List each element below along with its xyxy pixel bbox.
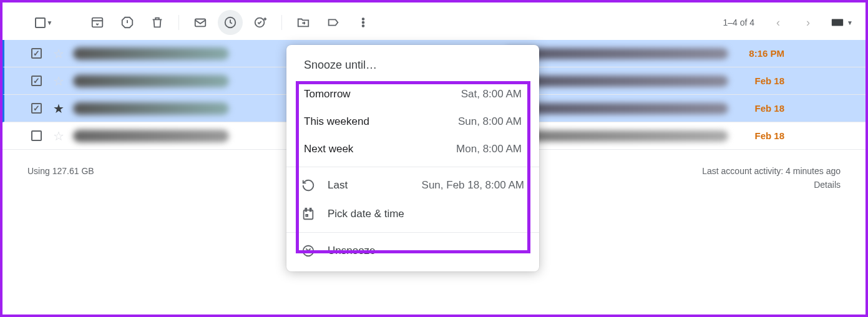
snooze-last[interactable]: Last Sun, Feb 18, 8:00 AM bbox=[286, 171, 539, 200]
chevron-right-icon: › bbox=[806, 16, 810, 29]
svg-point-6 bbox=[363, 25, 364, 27]
cancel-icon bbox=[301, 244, 315, 258]
row-checkbox[interactable] bbox=[31, 130, 42, 141]
divider bbox=[286, 167, 539, 167]
svg-rect-11 bbox=[306, 215, 308, 217]
unsnooze[interactable]: Unsnooze bbox=[286, 237, 539, 265]
snooze-popup: Snooze until… Tomorrow Sat, 8:00 AM This… bbox=[286, 45, 539, 271]
delete-button[interactable] bbox=[145, 10, 170, 35]
dropdown-arrow-icon: ▼ bbox=[847, 19, 853, 26]
svg-rect-0 bbox=[92, 18, 103, 27]
option-time: Sat, 8:00 AM bbox=[461, 88, 522, 100]
clock-icon bbox=[223, 16, 237, 29]
option-label: Next week bbox=[304, 143, 353, 155]
add-task-button[interactable] bbox=[248, 10, 273, 35]
snooze-button[interactable] bbox=[218, 10, 243, 35]
snooze-title: Snooze until… bbox=[286, 45, 539, 80]
storage-usage: Using 127.61 GB bbox=[27, 166, 94, 190]
email-time: Feb 18 bbox=[741, 130, 784, 141]
email-time: 8:16 PM bbox=[741, 48, 784, 59]
separator bbox=[281, 15, 282, 30]
star-toggle[interactable]: ★ bbox=[53, 101, 64, 116]
star-toggle[interactable]: ☆ bbox=[53, 129, 64, 144]
labels-button[interactable] bbox=[321, 10, 346, 35]
snooze-weekend[interactable]: This weekend Sun, 8:00 AM bbox=[286, 108, 539, 135]
sender-blurred bbox=[73, 75, 229, 87]
option-label: Tomorrow bbox=[304, 88, 351, 100]
redo-icon bbox=[301, 178, 315, 192]
divider bbox=[286, 232, 539, 233]
snooze-tomorrow[interactable]: Tomorrow Sat, 8:00 AM bbox=[286, 80, 539, 108]
separator bbox=[178, 15, 179, 30]
option-time: Mon, 8:00 AM bbox=[456, 143, 522, 155]
checkbox-icon bbox=[35, 17, 46, 28]
toolbar: ▼ 1–4 of 4 ‹ › ▼ bbox=[2, 2, 866, 40]
option-time: Sun, 8:00 AM bbox=[458, 115, 522, 128]
task-add-icon bbox=[253, 16, 267, 29]
row-checkbox[interactable] bbox=[31, 48, 42, 59]
more-vert-icon bbox=[356, 16, 370, 29]
dropdown-arrow-icon: ▼ bbox=[47, 19, 53, 26]
sender-blurred bbox=[73, 102, 229, 115]
row-checkbox[interactable] bbox=[31, 103, 42, 114]
input-tools-button[interactable]: ▼ bbox=[831, 16, 853, 29]
snooze-pick-date[interactable]: Pick date & time bbox=[286, 200, 539, 228]
folder-move-icon bbox=[296, 16, 310, 29]
svg-point-5 bbox=[363, 22, 364, 24]
select-all-dropdown[interactable]: ▼ bbox=[31, 10, 56, 35]
svg-rect-1 bbox=[195, 19, 206, 27]
label-icon bbox=[326, 16, 340, 29]
option-label: This weekend bbox=[304, 115, 369, 128]
chevron-left-icon: ‹ bbox=[776, 16, 780, 29]
archive-button[interactable] bbox=[85, 10, 110, 35]
svg-rect-10 bbox=[310, 208, 311, 212]
svg-rect-9 bbox=[305, 208, 306, 212]
trash-icon bbox=[150, 16, 164, 29]
sender-blurred bbox=[73, 47, 229, 60]
more-button[interactable] bbox=[351, 10, 376, 35]
svg-point-4 bbox=[363, 18, 364, 20]
archive-icon bbox=[90, 16, 104, 29]
report-spam-button[interactable] bbox=[115, 10, 140, 35]
sender-blurred bbox=[73, 130, 229, 142]
star-toggle[interactable]: ☆ bbox=[53, 74, 64, 89]
option-label: Pick date & time bbox=[328, 208, 404, 220]
move-to-button[interactable] bbox=[291, 10, 316, 35]
email-time: Feb 18 bbox=[741, 76, 784, 86]
mark-unread-button[interactable] bbox=[188, 10, 213, 35]
option-label: Unsnooze bbox=[328, 245, 376, 257]
details-link[interactable]: Details bbox=[702, 180, 841, 190]
snooze-next-week[interactable]: Next week Mon, 8:00 AM bbox=[286, 135, 539, 163]
envelope-icon bbox=[193, 16, 207, 29]
star-toggle[interactable]: ☆ bbox=[53, 46, 64, 61]
keyboard-icon bbox=[831, 16, 844, 29]
option-time: Sun, Feb 18, 8:00 AM bbox=[422, 179, 524, 192]
row-checkbox[interactable] bbox=[31, 76, 42, 86]
calendar-icon bbox=[301, 207, 315, 221]
svg-rect-7 bbox=[832, 19, 843, 26]
spam-icon bbox=[120, 16, 134, 29]
page-counter: 1–4 of 4 bbox=[723, 17, 754, 27]
last-activity: Last account activity: 4 minutes ago bbox=[702, 166, 841, 176]
option-label: Last bbox=[328, 179, 348, 192]
next-page-button[interactable]: › bbox=[796, 10, 821, 35]
prev-page-button[interactable]: ‹ bbox=[766, 10, 791, 35]
email-time: Feb 18 bbox=[741, 103, 784, 114]
